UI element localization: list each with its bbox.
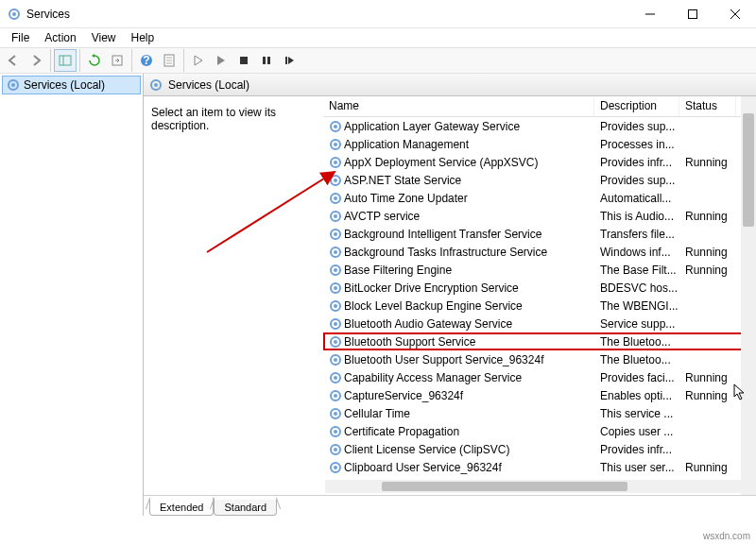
svg-point-52 bbox=[334, 376, 337, 380]
stop-button[interactable] bbox=[232, 49, 255, 72]
service-description: Windows inf... bbox=[594, 246, 679, 259]
service-status: Running bbox=[679, 210, 736, 223]
details-title: Services (Local) bbox=[168, 78, 249, 92]
title-bar: Services bbox=[0, 0, 756, 28]
service-description: Processes in... bbox=[594, 138, 679, 151]
menu-file[interactable]: File bbox=[4, 31, 37, 44]
svg-point-46 bbox=[334, 322, 337, 326]
tab-extended[interactable]: Extended bbox=[149, 500, 214, 516]
service-row[interactable]: Background Tasks Infrastructure ServiceW… bbox=[323, 243, 756, 261]
pause-button[interactable] bbox=[255, 49, 278, 72]
service-row[interactable]: AVCTP serviceThis is Audio...Running bbox=[323, 207, 756, 225]
menu-help[interactable]: Help bbox=[124, 31, 163, 44]
svg-text:?: ? bbox=[143, 54, 149, 67]
play-button[interactable] bbox=[210, 49, 232, 72]
column-name[interactable]: Name bbox=[323, 96, 594, 116]
service-row[interactable]: Bluetooth Support ServiceThe Bluetoo... bbox=[323, 332, 756, 350]
gear-icon bbox=[329, 299, 342, 313]
nav-services-local[interactable]: Services (Local) bbox=[2, 76, 141, 94]
show-hide-tree-button[interactable] bbox=[54, 49, 77, 72]
gear-icon bbox=[329, 120, 342, 133]
minimize-button[interactable] bbox=[628, 0, 671, 28]
service-row[interactable]: Bluetooth User Support Service_96324fThe… bbox=[323, 350, 756, 368]
service-description: This service ... bbox=[594, 407, 679, 420]
svg-point-42 bbox=[334, 286, 337, 290]
service-description: The WBENGI... bbox=[594, 299, 679, 313]
svg-point-54 bbox=[334, 394, 337, 398]
service-row[interactable]: Background Intelligent Transfer ServiceT… bbox=[323, 225, 756, 243]
gear-icon bbox=[7, 78, 20, 92]
column-description[interactable]: Description bbox=[594, 96, 679, 116]
gear-icon bbox=[329, 156, 342, 169]
service-row[interactable]: Cellular TimeThis service ... bbox=[323, 404, 756, 422]
back-button[interactable] bbox=[2, 49, 25, 72]
gear-icon bbox=[329, 389, 342, 402]
refresh-button[interactable] bbox=[83, 49, 106, 72]
maximize-button[interactable] bbox=[671, 0, 713, 28]
svg-point-24 bbox=[334, 125, 337, 128]
service-row[interactable]: Certificate PropagationCopies user ... bbox=[323, 422, 756, 440]
tab-standard[interactable]: Standard bbox=[214, 500, 277, 516]
svg-point-56 bbox=[334, 412, 337, 416]
service-name: Background Intelligent Transfer Service bbox=[344, 228, 541, 241]
service-row[interactable]: Bluetooth Audio Gateway ServiceService s… bbox=[323, 315, 756, 332]
scrollbar-thumb[interactable] bbox=[382, 482, 627, 491]
export-button[interactable] bbox=[106, 49, 129, 72]
vertical-scrollbar[interactable] bbox=[741, 96, 756, 495]
service-row[interactable]: Block Level Backup Engine ServiceThe WBE… bbox=[323, 297, 756, 315]
service-row[interactable]: Auto Time Zone UpdaterAutomaticall... bbox=[323, 189, 756, 207]
help-button[interactable]: ? bbox=[135, 49, 158, 72]
service-row[interactable]: Capability Access Manager ServiceProvide… bbox=[323, 368, 756, 386]
service-row[interactable]: Client License Service (ClipSVC)Provides… bbox=[323, 440, 756, 458]
svg-rect-3 bbox=[688, 9, 696, 18]
service-row[interactable]: Base Filtering EngineThe Base Filt...Run… bbox=[323, 261, 756, 279]
properties-button[interactable] bbox=[158, 49, 180, 72]
service-name: AVCTP service bbox=[344, 210, 420, 223]
menu-action[interactable]: Action bbox=[37, 31, 83, 44]
restart-button[interactable] bbox=[278, 49, 301, 72]
toolbar-separator bbox=[50, 49, 51, 72]
service-row[interactable]: Application Layer Gateway ServiceProvide… bbox=[323, 117, 756, 135]
column-status[interactable]: Status bbox=[679, 96, 736, 116]
service-row[interactable]: BitLocker Drive Encryption ServiceBDESVC… bbox=[323, 279, 756, 297]
service-description: Copies user ... bbox=[594, 425, 679, 438]
service-name: Capability Access Manager Service bbox=[344, 371, 522, 384]
svg-point-34 bbox=[334, 214, 337, 218]
service-row[interactable]: Clipboard User Service_96324fThis user s… bbox=[323, 458, 756, 476]
gear-icon bbox=[149, 78, 163, 92]
service-row[interactable]: AppX Deployment Service (AppXSVC)Provide… bbox=[323, 153, 756, 171]
watermark: wsxdn.com bbox=[703, 531, 750, 541]
gear-icon bbox=[329, 443, 342, 456]
svg-rect-6 bbox=[60, 56, 71, 65]
service-description: Enables opti... bbox=[594, 389, 679, 402]
horizontal-scrollbar[interactable] bbox=[325, 480, 741, 493]
menu-view[interactable]: View bbox=[84, 31, 124, 44]
svg-point-44 bbox=[334, 304, 337, 308]
service-row[interactable]: CaptureService_96324fEnables opti...Runn… bbox=[323, 386, 756, 404]
gear-icon bbox=[329, 210, 342, 223]
service-name: BitLocker Drive Encryption Service bbox=[344, 281, 519, 295]
start-service-button[interactable] bbox=[187, 49, 210, 72]
service-row[interactable]: Application ManagementProcesses in... bbox=[323, 135, 756, 153]
service-name: Clipboard User Service_96324f bbox=[344, 461, 502, 474]
service-name: Block Level Backup Engine Service bbox=[344, 299, 523, 313]
service-name: AppX Deployment Service (AppXSVC) bbox=[344, 156, 538, 169]
service-name: ASP.NET State Service bbox=[344, 174, 461, 187]
svg-point-32 bbox=[334, 196, 337, 200]
forward-button[interactable] bbox=[25, 49, 47, 72]
column-headers: Name Description Status bbox=[323, 96, 756, 117]
svg-point-38 bbox=[334, 250, 337, 254]
svg-point-28 bbox=[334, 161, 337, 164]
service-name: Application Management bbox=[344, 138, 469, 151]
gear-icon bbox=[329, 407, 342, 420]
toolbar-separator bbox=[131, 49, 132, 72]
services-list: Name Description Status Application Laye… bbox=[323, 96, 756, 495]
service-description: The Bluetoo... bbox=[594, 335, 679, 349]
svg-point-36 bbox=[334, 232, 337, 236]
gear-icon bbox=[329, 174, 342, 187]
close-button[interactable] bbox=[713, 0, 756, 28]
scrollbar-thumb[interactable] bbox=[743, 113, 754, 227]
content-area: Services (Local) Services (Local) Select… bbox=[0, 74, 756, 516]
svg-point-26 bbox=[334, 143, 337, 146]
service-row[interactable]: ASP.NET State ServiceProvides sup... bbox=[323, 171, 756, 189]
